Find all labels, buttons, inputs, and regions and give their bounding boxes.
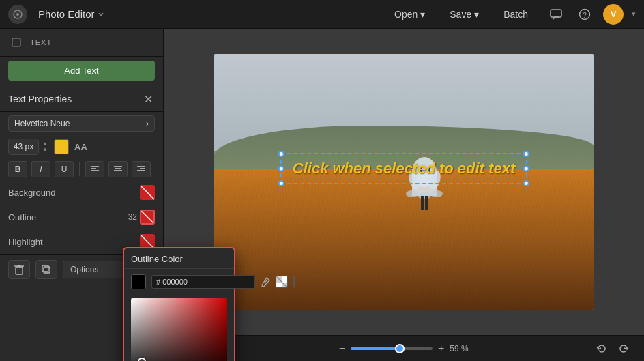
svg-point-36 [430, 190, 443, 197]
handle-bl[interactable] [278, 180, 284, 186]
text-props-title: Text Properties [8, 93, 72, 104]
svg-rect-5 [12, 38, 20, 46]
handle-tl[interactable] [278, 151, 284, 157]
main-area: TEXT Add Text Text Properties ✕ Helvetic… [0, 29, 644, 361]
help-icon-button[interactable]: ? [574, 4, 595, 25]
duplicate-button[interactable] [35, 260, 57, 279]
align-center-button[interactable] [108, 161, 128, 177]
open-button[interactable]: Open ▾ [387, 6, 432, 23]
zoom-in-button[interactable]: + [438, 343, 444, 355]
canvas-content[interactable]: Click when selected to edit text [164, 29, 644, 335]
chat-icon-button[interactable] [546, 4, 566, 25]
outline-value: 32 [128, 212, 137, 222]
app-title: Photo Editor [38, 8, 104, 20]
font-size-container: ▲ ▼ [8, 139, 48, 155]
hex-input[interactable] [151, 275, 255, 289]
photo-grass-overlay [214, 169, 594, 310]
anti-alias-button[interactable]: AA [74, 142, 87, 152]
gradient-darkness-overlay [131, 298, 227, 361]
align-right-button[interactable] [132, 161, 151, 177]
svg-rect-23 [18, 265, 20, 266]
outline-color-swatch[interactable] [140, 210, 155, 225]
bold-button[interactable]: B [8, 161, 27, 177]
svg-rect-21 [16, 267, 23, 274]
background-row: Background [0, 180, 163, 205]
font-size-row: ▲ ▼ AA [0, 135, 163, 158]
svg-rect-41 [421, 196, 424, 210]
underline-button[interactable]: U [55, 161, 74, 177]
outline-label: Outline [8, 212, 128, 222]
svg-rect-29 [282, 276, 288, 283]
close-text-props-button[interactable]: ✕ [141, 92, 155, 106]
background-label: Background [8, 188, 140, 198]
text-tool-icon [8, 34, 25, 50]
svg-point-34 [406, 190, 418, 197]
color-picker-top [124, 269, 234, 295]
align-left-button[interactable] [85, 161, 104, 177]
zoom-slider-thumb[interactable] [395, 344, 405, 353]
delete-button[interactable] [8, 260, 30, 279]
handle-ml[interactable] [278, 165, 284, 171]
gradient-cursor[interactable] [138, 358, 146, 361]
svg-point-1 [16, 13, 19, 16]
user-avatar[interactable]: V [603, 4, 624, 25]
redo-button[interactable] [614, 339, 633, 358]
save-button[interactable]: Save ▾ [443, 6, 486, 23]
color-picker-popup: Outline Color [123, 247, 235, 361]
canvas-selected-text: Click when selected to edit text [293, 160, 515, 177]
font-size-input[interactable] [8, 139, 39, 155]
zoom-out-button[interactable]: − [339, 343, 345, 355]
font-selector[interactable]: Helvetica Neue › [8, 115, 155, 132]
batch-button[interactable]: Batch [497, 6, 535, 23]
format-separator [79, 162, 80, 176]
eyedropper-button[interactable] [261, 274, 270, 289]
left-panel: TEXT Add Text Text Properties ✕ Helvetic… [0, 29, 164, 361]
undo-redo-controls [592, 339, 633, 358]
handle-mr[interactable] [523, 165, 529, 171]
text-selection-box[interactable]: Click when selected to edit text [280, 153, 527, 184]
zoom-percent-label: 59 % [450, 344, 474, 353]
svg-rect-2 [551, 10, 561, 17]
canvas-area: Click when selected to edit text − + 59 … [164, 29, 644, 361]
svg-text:?: ? [583, 11, 587, 18]
format-row: B I U [0, 158, 163, 180]
text-tool-row: TEXT [0, 29, 163, 57]
italic-button[interactable]: I [31, 161, 50, 177]
text-color-swatch[interactable] [54, 139, 69, 154]
font-size-up-button[interactable]: ▲ [42, 141, 48, 147]
preset-red-swatch[interactable] [293, 276, 295, 288]
add-text-button[interactable]: Add Text [8, 61, 155, 81]
zoom-slider-track [351, 347, 400, 350]
photo-container: Click when selected to edit text [214, 54, 594, 310]
svg-rect-30 [276, 283, 282, 288]
gradient-picker[interactable] [131, 298, 227, 361]
zoom-controls: − + 59 % [229, 343, 584, 355]
transparent-swatch-button[interactable] [276, 274, 288, 289]
color-preview [131, 274, 146, 289]
undo-button[interactable] [592, 339, 611, 358]
svg-rect-42 [425, 196, 428, 210]
background-color-swatch[interactable] [140, 185, 155, 200]
color-picker-title: Outline Color [124, 248, 234, 269]
text-tool-label: TEXT [30, 38, 52, 46]
highlight-label: Highlight [8, 237, 140, 247]
font-size-down-button[interactable]: ▼ [42, 147, 48, 153]
topbar: Photo Editor Open ▾ Save ▾ Batch ? V ▾ [0, 0, 644, 29]
app-logo [8, 5, 27, 24]
bottom-bar: − + 59 % [164, 335, 644, 361]
font-selector-row: Helvetica Neue › [0, 112, 163, 135]
zoom-slider[interactable] [351, 347, 433, 350]
topbar-icons: ? V ▾ [546, 4, 636, 25]
outline-row: Outline 32 [0, 205, 163, 229]
text-props-header: Text Properties ✕ [0, 85, 163, 112]
